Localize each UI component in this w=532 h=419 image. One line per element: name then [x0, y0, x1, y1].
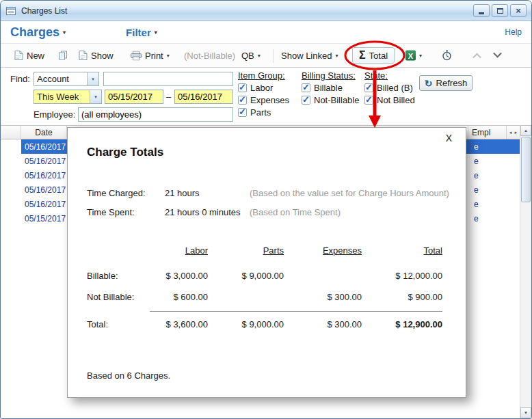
employee-cell: e: [468, 200, 520, 209]
scroll-up-button[interactable]: ▲: [520, 125, 531, 136]
qb-button-label: QB: [241, 51, 254, 61]
chevron-down-icon: [493, 49, 502, 58]
total-row-label: Total:: [87, 312, 150, 335]
date-cell: 05/16/2017: [21, 171, 67, 180]
checkbox-billable[interactable]: Billable: [302, 83, 343, 93]
checkbox-billed[interactable]: Billed (B): [364, 83, 413, 93]
time-spent-row: Time Spent: 21 hours 0 minutes (Based on…: [87, 207, 341, 217]
period-dropdown[interactable]: This Week ▾: [34, 90, 102, 104]
toolbar-separator: [345, 49, 345, 63]
billable-row-label: Billable:: [87, 265, 150, 286]
checkbox-not-billable[interactable]: Not-Billable: [302, 95, 359, 105]
not-billable-row-label: Not Billable:: [87, 286, 150, 308]
charges-menu[interactable]: Charges ▾: [10, 25, 66, 40]
date-range-separator: –: [166, 92, 171, 102]
date-from-input[interactable]: [105, 90, 163, 104]
expand-button[interactable]: [494, 53, 501, 59]
checkbox-icon: [302, 83, 310, 92]
time-charged-value: 21 hours: [165, 188, 250, 198]
title-bar[interactable]: Charges List ×: [1, 1, 531, 21]
total-button[interactable]: Σ Total: [352, 47, 395, 64]
row-gutter: [1, 139, 21, 154]
dialog-close-button[interactable]: X: [446, 133, 452, 144]
column-header-date[interactable]: Date: [21, 126, 67, 139]
checkbox-expenses[interactable]: Expenses: [238, 95, 289, 105]
minimize-button[interactable]: [473, 4, 490, 17]
billing-status-label[interactable]: Billing Status:: [302, 70, 356, 81]
find-input[interactable]: [103, 72, 233, 86]
not-billable-labor: $ 600.00: [150, 286, 208, 308]
row-gutter: [1, 154, 21, 168]
employee-cell: e: [468, 185, 520, 195]
date-cell: 05/16/2017: [21, 142, 67, 152]
chevron-down-icon: ▾: [335, 53, 338, 59]
checkbox-billable-label: Billable: [314, 83, 343, 93]
item-group-label[interactable]: Item Group:: [238, 70, 285, 81]
checkbox-expenses-label: Expenses: [250, 95, 289, 105]
row-gutter: [1, 197, 21, 211]
checkbox-icon: [364, 96, 373, 105]
refresh-button[interactable]: ↻ Refresh: [419, 75, 473, 91]
not-billable-expenses: $ 300.00: [284, 286, 362, 308]
column-scroll-right-icon: ►: [514, 131, 518, 135]
date-cell: 05/15/2017: [21, 214, 67, 224]
checkbox-parts[interactable]: Parts: [238, 107, 271, 118]
total-parts: $ 9,000.00: [208, 311, 284, 335]
export-excel-button[interactable]: X ▾: [405, 51, 422, 61]
billable-parts: $ 9,000.00: [208, 265, 284, 286]
find-by-dropdown[interactable]: Account ▾: [34, 72, 99, 86]
totals-col-expenses: Expenses: [284, 240, 362, 265]
employee-cell: e: [468, 214, 520, 224]
qb-button[interactable]: QB ▾: [241, 51, 261, 61]
column-scroll-button[interactable]: ◄ ►: [506, 126, 520, 139]
checkbox-icon: [238, 96, 247, 105]
checkbox-parts-label: Parts: [250, 107, 271, 118]
excel-icon: X: [405, 51, 416, 61]
maximize-button[interactable]: [492, 4, 508, 17]
toolbar-separator: [273, 49, 274, 63]
checkbox-icon: [364, 83, 373, 92]
row-gutter: [1, 183, 21, 197]
checkbox-labor-label: Labor: [250, 83, 273, 93]
scrollbar-thumb[interactable]: [521, 137, 531, 202]
sigma-icon: Σ: [359, 50, 366, 61]
time-spent-note: (Based on Time Spent): [250, 207, 341, 217]
close-button[interactable]: ×: [510, 4, 527, 17]
new-button[interactable]: New: [14, 51, 44, 61]
billable-expenses: [284, 265, 362, 286]
checkbox-labor[interactable]: Labor: [238, 83, 273, 93]
timer-button[interactable]: [442, 50, 452, 61]
totals-col-parts: Parts: [208, 240, 284, 265]
find-by-value: Account: [34, 74, 87, 84]
scroll-down-button[interactable]: ▼: [520, 407, 531, 418]
find-label: Find:: [10, 74, 30, 84]
duplicate-button[interactable]: [58, 51, 68, 61]
column-header-employee[interactable]: Empl: [468, 126, 506, 139]
new-button-label: New: [27, 51, 44, 61]
billable-total: $ 12,000.00: [362, 265, 442, 286]
print-button[interactable]: Print ▾: [131, 51, 170, 61]
totals-col-total: Total: [362, 240, 442, 265]
vertical-scrollbar[interactable]: ▲ ▼: [520, 125, 531, 418]
date-cell: 05/16/2017: [21, 200, 67, 209]
show-linked-button[interactable]: Show Linked ▾: [281, 51, 338, 61]
show-button[interactable]: Show: [79, 51, 114, 61]
state-label[interactable]: State:: [364, 70, 388, 81]
chevron-down-icon: ▾: [155, 29, 157, 36]
charges-list-window: Charges List × Charges ▾ Filter ▾ Help: [0, 0, 532, 419]
not-billable-total: $ 900.00: [362, 286, 442, 308]
date-cell: 05/16/2017: [21, 157, 67, 166]
dialog-footer-note: Based on 6 Charges.: [87, 370, 170, 381]
filter-menu[interactable]: Filter ▾: [126, 27, 157, 38]
menu-bar: Charges ▾ Filter ▾ Help: [1, 21, 531, 43]
total-labor: $ 3,600.00: [150, 311, 208, 335]
employee-input[interactable]: [78, 107, 233, 122]
stopwatch-icon: [442, 50, 452, 61]
date-to-input[interactable]: [174, 90, 233, 104]
time-charged-label: Time Charged:: [87, 188, 165, 198]
row-gutter: [1, 211, 21, 226]
checkbox-not-billed[interactable]: Not Billed: [364, 95, 415, 105]
window-title: Charges List: [21, 6, 67, 16]
not-billable-parts: [208, 286, 284, 308]
help-link[interactable]: Help: [505, 27, 522, 37]
